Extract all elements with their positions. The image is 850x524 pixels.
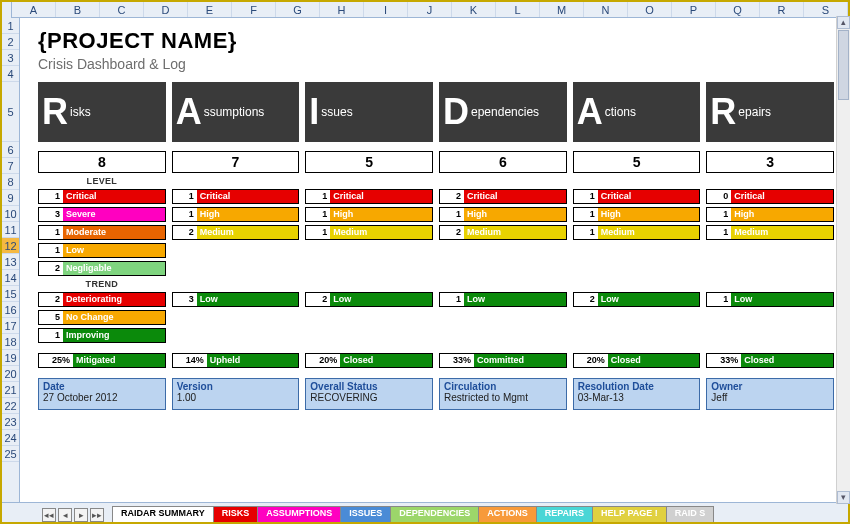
level-cell: 1Critical bbox=[38, 189, 166, 204]
status-label: Mitigated bbox=[73, 354, 165, 367]
row-header-17[interactable]: 17 bbox=[2, 318, 19, 334]
footer-value: Jeff bbox=[711, 392, 829, 403]
trend-label: Low bbox=[731, 293, 833, 306]
row-header-15[interactable]: 15 bbox=[2, 286, 19, 302]
sheet-tab-2[interactable]: ASSUMPTIONS bbox=[257, 506, 341, 522]
select-all-corner[interactable] bbox=[2, 2, 12, 18]
row-header-21[interactable]: 21 bbox=[2, 382, 19, 398]
raidar-grid: Risks8LEVEL1Critical3Severe1Moderate1Low… bbox=[38, 82, 834, 368]
footer-box-4: Resolution Date03-Mar-13 bbox=[573, 378, 701, 410]
col-header-H[interactable]: H bbox=[320, 2, 364, 17]
row-header-5[interactable]: 5 bbox=[2, 82, 19, 142]
row-header-24[interactable]: 24 bbox=[2, 430, 19, 446]
col-header-N[interactable]: N bbox=[584, 2, 628, 17]
col-header-P[interactable]: P bbox=[672, 2, 716, 17]
level-cell: 1Medium bbox=[706, 225, 834, 240]
spreadsheet-grid[interactable]: {PROJECT NAME} Crisis Dashboard & Log Ri… bbox=[20, 18, 848, 502]
sheet-tab-3[interactable]: ISSUES bbox=[340, 506, 391, 522]
level-count: 1 bbox=[39, 226, 63, 239]
level-label: Critical bbox=[598, 190, 700, 203]
footer-value: Restricted to Mgmt bbox=[444, 392, 562, 403]
scroll-up-button[interactable]: ▴ bbox=[837, 16, 850, 29]
sheet-tab-0[interactable]: RAIDAR SUMMARY bbox=[112, 506, 214, 522]
sheet-tab-1[interactable]: RISKS bbox=[213, 506, 259, 522]
col-header-E[interactable]: E bbox=[188, 2, 232, 17]
col-header-O[interactable]: O bbox=[628, 2, 672, 17]
raidar-count: 8 bbox=[38, 151, 166, 173]
raidar-col-3: Dependencies6 2Critical1High2Medium 1Low… bbox=[439, 82, 567, 368]
level-cell: 3Severe bbox=[38, 207, 166, 222]
trend-count: 2 bbox=[39, 293, 63, 306]
page-subtitle: Crisis Dashboard & Log bbox=[38, 56, 834, 72]
trend-cell: 2Low bbox=[305, 292, 433, 307]
status-cell: 25%Mitigated bbox=[38, 353, 166, 368]
footer-box-1: Version1.00 bbox=[172, 378, 300, 410]
col-header-K[interactable]: K bbox=[452, 2, 496, 17]
status-pct: 33% bbox=[440, 354, 474, 367]
col-header-C[interactable]: C bbox=[100, 2, 144, 17]
row-header-22[interactable]: 22 bbox=[2, 398, 19, 414]
col-header-L[interactable]: L bbox=[496, 2, 540, 17]
row-header-6[interactable]: 6 bbox=[2, 142, 19, 158]
col-header-R[interactable]: R bbox=[760, 2, 804, 17]
row-header-11[interactable]: 11 bbox=[2, 222, 19, 238]
row-header-2[interactable]: 2 bbox=[2, 34, 19, 50]
col-header-I[interactable]: I bbox=[364, 2, 408, 17]
level-label: Critical bbox=[464, 190, 566, 203]
trend-cell: 2Deteriorating bbox=[38, 292, 166, 307]
sheet-tab-6[interactable]: REPAIRS bbox=[536, 506, 593, 522]
trend-cell: 2Low bbox=[573, 292, 701, 307]
raidar-bigletter: R bbox=[42, 91, 68, 133]
col-header-F[interactable]: F bbox=[232, 2, 276, 17]
tab-nav-btn-0[interactable]: ◂◂ bbox=[42, 508, 56, 522]
status-cell: 20%Closed bbox=[573, 353, 701, 368]
tab-nav-btn-1[interactable]: ◂ bbox=[58, 508, 72, 522]
row-header-3[interactable]: 3 bbox=[2, 50, 19, 66]
sheet-tab-4[interactable]: DEPENDENCIES bbox=[390, 506, 479, 522]
row-header-1[interactable]: 1 bbox=[2, 18, 19, 34]
col-header-G[interactable]: G bbox=[276, 2, 320, 17]
col-header-J[interactable]: J bbox=[408, 2, 452, 17]
raidar-bigletter: A bbox=[577, 91, 603, 133]
trend-count: 2 bbox=[574, 293, 598, 306]
row-header-9[interactable]: 9 bbox=[2, 190, 19, 206]
row-header-19[interactable]: 19 bbox=[2, 350, 19, 366]
level-count: 1 bbox=[574, 226, 598, 239]
trend-label: Deteriorating bbox=[63, 293, 165, 306]
vertical-scrollbar[interactable]: ▴ ▾ bbox=[836, 16, 850, 504]
trend-cell: 1Low bbox=[706, 292, 834, 307]
level-cell: 1High bbox=[172, 207, 300, 222]
col-header-D[interactable]: D bbox=[144, 2, 188, 17]
footer-box-3: CirculationRestricted to Mgmt bbox=[439, 378, 567, 410]
row-header-12[interactable]: 12 bbox=[2, 238, 19, 254]
tab-nav-btn-2[interactable]: ▸ bbox=[74, 508, 88, 522]
scroll-down-button[interactable]: ▾ bbox=[837, 491, 850, 504]
sheet-tab-8[interactable]: RAID S bbox=[666, 506, 715, 522]
row-header-8[interactable]: 8 bbox=[2, 174, 19, 190]
tab-nav-btn-3[interactable]: ▸▸ bbox=[90, 508, 104, 522]
col-header-M[interactable]: M bbox=[540, 2, 584, 17]
col-header-Q[interactable]: Q bbox=[716, 2, 760, 17]
row-header-4[interactable]: 4 bbox=[2, 66, 19, 82]
row-header-14[interactable]: 14 bbox=[2, 270, 19, 286]
status-pct: 20% bbox=[574, 354, 608, 367]
trend-label: Low bbox=[598, 293, 700, 306]
raidar-rest: ctions bbox=[605, 105, 636, 119]
row-header-18[interactable]: 18 bbox=[2, 334, 19, 350]
trend-label: No Change bbox=[63, 311, 165, 324]
sheet-tab-7[interactable]: HELP PAGE ! bbox=[592, 506, 667, 522]
col-header-B[interactable]: B bbox=[56, 2, 100, 17]
row-header-7[interactable]: 7 bbox=[2, 158, 19, 174]
col-header-S[interactable]: S bbox=[804, 2, 848, 17]
row-header-13[interactable]: 13 bbox=[2, 254, 19, 270]
raidar-count: 3 bbox=[706, 151, 834, 173]
row-header-16[interactable]: 16 bbox=[2, 302, 19, 318]
row-header-23[interactable]: 23 bbox=[2, 414, 19, 430]
row-header-20[interactable]: 20 bbox=[2, 366, 19, 382]
row-header-10[interactable]: 10 bbox=[2, 206, 19, 222]
col-header-A[interactable]: A bbox=[12, 2, 56, 17]
row-header-25[interactable]: 25 bbox=[2, 446, 19, 462]
sheet-tab-5[interactable]: ACTIONS bbox=[478, 506, 537, 522]
raidar-count: 6 bbox=[439, 151, 567, 173]
scroll-thumb[interactable] bbox=[838, 30, 849, 100]
